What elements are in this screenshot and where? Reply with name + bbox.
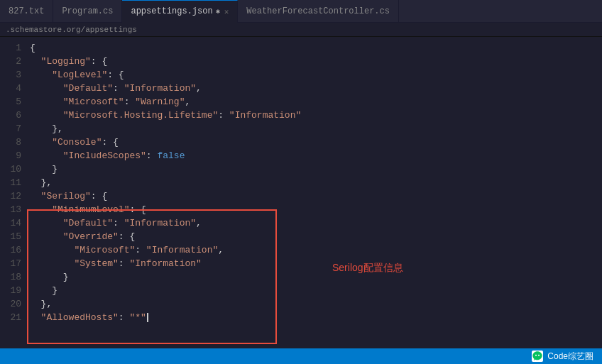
tab-program[interactable]: Program.cs: [53, 0, 122, 23]
code-line: "LogLevel": {: [30, 68, 602, 82]
tab-827[interactable]: 827.txt: [0, 0, 53, 23]
tab-label: Program.cs: [62, 6, 113, 16]
tab-label: 827.txt: [9, 6, 44, 16]
code-line: "Console": {: [30, 136, 602, 149]
code-line: "Override": {: [30, 230, 602, 243]
code-line: }: [30, 284, 602, 297]
code-line: "IncludeScopes": false: [30, 149, 602, 162]
code-line: "MinimumLevel": {: [30, 203, 602, 216]
status-bar: Code综艺圈: [0, 348, 602, 364]
watermark-text: Code综艺圈: [547, 351, 593, 363]
tab-weatherforecast[interactable]: WeatherForecastController.cs: [238, 0, 399, 23]
code-line: {: [30, 41, 602, 55]
tab-label: appsettings.json: [131, 6, 212, 16]
tab-close-button[interactable]: ✕: [224, 7, 229, 16]
code-line: },: [30, 176, 602, 189]
code-line: "Microsoft.Hosting.Lifetime": "Informati…: [30, 109, 602, 122]
code-line: "Default": "Information",: [30, 216, 602, 230]
watermark: Code综艺圈: [532, 351, 593, 363]
code-content[interactable]: { "Logging": { "LogLevel": { "Default": …: [27, 41, 602, 344]
wechat-icon: [532, 351, 543, 362]
serilog-annotation: Serilog配置信息: [332, 261, 403, 275]
code-line: "System": "Information": [30, 257, 602, 270]
code-line: }: [30, 270, 602, 284]
code-line: "Logging": {: [30, 55, 602, 68]
code-line: "Microsoft": "Warning",: [30, 95, 602, 109]
line-numbers: 12345 678910 1112131415 1617181920 21: [0, 41, 27, 344]
code-line: },: [30, 122, 602, 136]
code-line: "AllowedHosts": "*": [30, 311, 602, 324]
tab-label: WeatherForecastController.cs: [246, 6, 390, 16]
code-line: "Serilog": {: [30, 189, 602, 203]
code-line: "Microsoft": "Information",: [30, 243, 602, 257]
code-line: "Default": "Information",: [30, 82, 602, 95]
code-line: }: [30, 162, 602, 176]
breadcrumb: .schemastore.org/appsettings: [0, 23, 602, 37]
code-line: },: [30, 297, 602, 311]
tab-appsettings[interactable]: appsettings.json ✱ ✕: [122, 0, 238, 23]
editor: 12345 678910 1112131415 1617181920 21 { …: [0, 37, 602, 348]
tab-bar: 827.txt Program.cs appsettings.json ✱ ✕ …: [0, 0, 602, 23]
